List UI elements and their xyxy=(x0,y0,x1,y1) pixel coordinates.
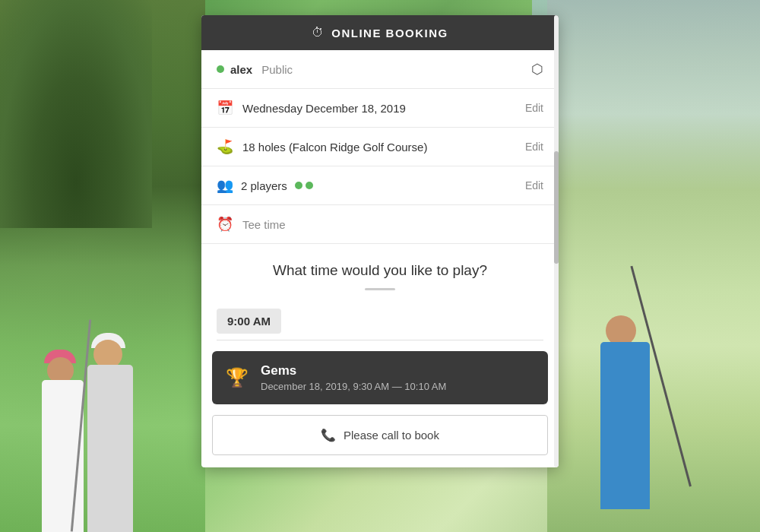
clock-small-icon: ⏰ xyxy=(217,216,233,233)
time-badge[interactable]: 9:00 AM xyxy=(217,309,281,334)
scrollbar-track xyxy=(554,15,559,467)
booking-card-info: Gems December 18, 2019, 9:30 AM — 10:10 … xyxy=(261,363,446,392)
clock-icon: ⏱ xyxy=(312,26,324,40)
phone-icon: 📞 xyxy=(321,428,336,442)
booking-card[interactable]: 🏆 Gems December 18, 2019, 9:30 AM — 10:1… xyxy=(212,351,548,404)
holes-row: ⛳ 18 holes (Falcon Ridge Golf Course) Ed… xyxy=(201,128,559,166)
flag-icon: ⛳ xyxy=(217,138,233,155)
player-dots xyxy=(295,182,313,189)
holes-edit-button[interactable]: Edit xyxy=(525,141,543,153)
call-book-label: Please call to book xyxy=(344,429,439,442)
booking-panel: ⏱ ONLINE BOOKING alex Public ⬡ 📅 Wednesd… xyxy=(201,15,559,467)
scrollbar-thumb[interactable] xyxy=(554,151,559,264)
players-edit-button[interactable]: Edit xyxy=(525,179,543,192)
date-value: Wednesday December 18, 2019 xyxy=(242,102,406,115)
golfer-right xyxy=(578,213,699,532)
player-dot-2 xyxy=(306,182,313,189)
date-info: 📅 Wednesday December 18, 2019 xyxy=(217,100,406,116)
time-question-section: What time would you like to play? xyxy=(201,244,559,298)
panel-title: ONLINE BOOKING xyxy=(331,27,448,40)
date-row: 📅 Wednesday December 18, 2019 Edit xyxy=(201,89,559,128)
panel-body: alex Public ⬡ 📅 Wednesday December 18, 2… xyxy=(201,50,559,455)
bg-mountain xyxy=(532,0,760,190)
booking-card-title: Gems xyxy=(261,363,446,378)
calendar-icon: 📅 xyxy=(217,100,233,116)
section-divider xyxy=(365,288,395,290)
players-info: 👥 2 players xyxy=(217,177,313,194)
share-icon[interactable]: ⬡ xyxy=(531,61,543,78)
players-row: 👥 2 players Edit xyxy=(201,166,559,205)
time-selector-area: 9:00 AM xyxy=(201,298,559,351)
visibility-label: Public xyxy=(261,63,293,76)
holes-value: 18 holes (Falcon Ridge Golf Course) xyxy=(242,141,427,154)
tee-time-row: ⏰ Tee time xyxy=(201,205,559,244)
online-indicator xyxy=(217,65,224,73)
call-book-button[interactable]: 📞 Please call to book xyxy=(212,415,548,455)
player-dot-1 xyxy=(295,182,302,189)
players-text-group: 2 players xyxy=(241,179,313,192)
username: alex xyxy=(230,63,252,76)
user-info: alex Public xyxy=(217,63,293,76)
players-value: 2 players xyxy=(241,179,287,192)
tee-time-label: Tee time xyxy=(242,218,286,231)
trophy-icon: 🏆 xyxy=(226,367,249,388)
time-question-text: What time would you like to play? xyxy=(217,262,543,279)
date-edit-button[interactable]: Edit xyxy=(525,102,543,114)
person-man xyxy=(84,243,144,532)
user-row: alex Public ⬡ xyxy=(201,50,559,89)
holes-info: ⛳ 18 holes (Falcon Ridge Golf Course) xyxy=(217,138,427,155)
booking-card-time: December 18, 2019, 9:30 AM — 10:10 AM xyxy=(261,381,446,392)
time-separator xyxy=(217,340,543,340)
people-icon: 👥 xyxy=(217,177,233,194)
people-group xyxy=(23,213,190,532)
panel-header: ⏱ ONLINE BOOKING xyxy=(201,15,559,50)
bg-trees xyxy=(0,0,152,228)
